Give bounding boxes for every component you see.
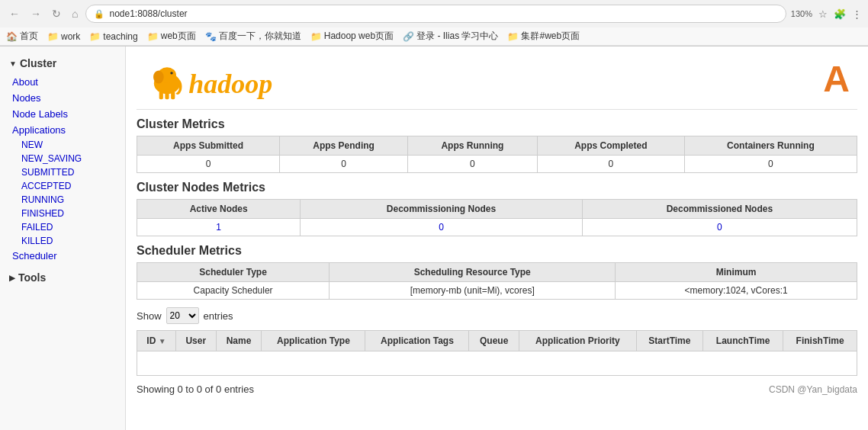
apps-pending-value: 0 bbox=[280, 156, 408, 173]
sidebar-item-finished[interactable]: FINISHED bbox=[6, 207, 125, 220]
bookmarks-bar: 🏠 首页 📁 work 📁 teaching 📁 web页面 🐾 百度一下，你就… bbox=[0, 27, 868, 46]
col-name[interactable]: Name bbox=[216, 331, 262, 351]
col-user[interactable]: User bbox=[175, 331, 216, 351]
bookmark-star[interactable]: ☆ bbox=[818, 8, 828, 20]
tools-header[interactable]: ▶ Tools bbox=[0, 267, 125, 288]
col-application-type[interactable]: Application Type bbox=[262, 331, 365, 351]
bookmark-cluster[interactable]: 📁 集群#web页面 bbox=[507, 30, 580, 43]
svg-rect-6 bbox=[171, 91, 175, 99]
svg-text:hadoop: hadoop bbox=[188, 69, 272, 99]
showing-info-bar: Showing 0 to 0 of 0 entries CSDN @Yan_bi… bbox=[137, 383, 857, 395]
decommissioning-nodes-value: 0 bbox=[301, 219, 582, 236]
col-id[interactable]: ID ▼ bbox=[137, 331, 176, 351]
col-scheduling-resource-type: Scheduling Resource Type bbox=[330, 263, 616, 282]
col-queue[interactable]: Queue bbox=[469, 331, 519, 351]
col-active-nodes: Active Nodes bbox=[137, 200, 301, 219]
cluster-metrics-row: 0 0 0 0 0 bbox=[137, 156, 857, 173]
sidebar-item-running[interactable]: RUNNING bbox=[6, 193, 125, 207]
bookmark-home-icon: 🏠 bbox=[6, 31, 18, 42]
entries-label: entries bbox=[204, 310, 233, 322]
reload-button[interactable]: ↻ bbox=[49, 6, 64, 21]
sidebar-item-nodes[interactable]: Nodes bbox=[0, 90, 125, 106]
tools-arrow: ▶ bbox=[9, 274, 15, 282]
svg-rect-5 bbox=[165, 91, 169, 99]
browser-actions: 130% ☆ 🧩 ⋮ bbox=[791, 8, 862, 20]
sidebar-item-submitted[interactable]: SUBMITTED bbox=[6, 165, 125, 179]
main-content: hadoop A Cluster Metrics Apps Submitted … bbox=[126, 47, 868, 430]
sort-arrow-id: ▼ bbox=[159, 337, 166, 345]
col-minimum-allocation: Minimum bbox=[616, 263, 857, 282]
decommissioned-nodes-value: 0 bbox=[582, 219, 857, 236]
url-text: node1:8088/cluster bbox=[109, 8, 187, 19]
svg-rect-4 bbox=[159, 91, 163, 99]
sidebar-item-new[interactable]: NEW bbox=[6, 138, 125, 152]
forward-button[interactable]: → bbox=[27, 6, 44, 21]
col-apps-running: Apps Running bbox=[407, 136, 537, 156]
address-bar[interactable]: 🔒 node1:8088/cluster bbox=[85, 5, 786, 23]
col-finish-time[interactable]: FinishTime bbox=[783, 331, 857, 351]
active-nodes-value: 1 bbox=[137, 219, 301, 236]
col-launch-time[interactable]: LaunchTime bbox=[702, 331, 783, 351]
extensions-icon[interactable]: 🧩 bbox=[834, 8, 846, 20]
bookmark-work[interactable]: 📁 work bbox=[47, 31, 80, 42]
bookmark-work-label: work bbox=[61, 31, 80, 42]
sidebar-item-node-labels[interactable]: Node Labels bbox=[0, 106, 125, 122]
cluster-nodes-row: 1 0 0 bbox=[137, 219, 857, 236]
col-decommissioning-nodes: Decommissioning Nodes bbox=[301, 200, 582, 219]
bookmark-ilias-label: 登录 - Ilias 学习中心 bbox=[416, 30, 498, 43]
bookmark-webpages[interactable]: 📁 web页面 bbox=[147, 30, 196, 43]
cluster-nodes-table: Active Nodes Decommissioning Nodes Decom… bbox=[137, 199, 857, 236]
baidu-icon: 🐾 bbox=[205, 31, 217, 42]
col-apps-submitted: Apps Submitted bbox=[137, 136, 280, 156]
sidebar-item-killed[interactable]: KILLED bbox=[6, 234, 125, 248]
sidebar-item-new-saving[interactable]: NEW_SAVING bbox=[6, 152, 125, 165]
sidebar-item-applications[interactable]: Applications bbox=[0, 122, 125, 138]
menu-icon[interactable]: ⋮ bbox=[852, 8, 862, 20]
scheduler-metrics-title: Scheduler Metrics bbox=[137, 244, 857, 258]
svg-point-3 bbox=[170, 72, 172, 74]
col-apps-pending: Apps Pending bbox=[280, 136, 408, 156]
minimum-allocation-value: <memory:1024, vCores:1 bbox=[616, 282, 857, 300]
hadoop-logo: hadoop bbox=[144, 59, 340, 104]
back-button[interactable]: ← bbox=[6, 6, 23, 21]
watermark: CSDN @Yan_bigdata bbox=[769, 384, 857, 395]
browser-chrome: ← → ↻ ⌂ 🔒 node1:8088/cluster 130% ☆ 🧩 ⋮ … bbox=[0, 0, 868, 47]
show-entries-bar: Show 10 20 50 100 entries bbox=[137, 307, 857, 324]
bookmark-teaching-label: teaching bbox=[103, 31, 137, 42]
entries-select[interactable]: 10 20 50 100 bbox=[166, 307, 199, 324]
folder-icon-5: 📁 bbox=[507, 31, 519, 42]
col-scheduler-type: Scheduler Type bbox=[137, 263, 330, 282]
col-start-time[interactable]: StartTime bbox=[636, 331, 702, 351]
applications-submenu: NEW NEW_SAVING SUBMITTED ACCEPTED RUNNIN… bbox=[0, 138, 125, 248]
bookmark-hadoop[interactable]: 📁 Hadoop web页面 bbox=[310, 30, 394, 43]
sidebar-item-about[interactable]: About bbox=[0, 74, 125, 90]
showing-text: Showing 0 to 0 of 0 entries bbox=[137, 383, 254, 395]
home-button[interactable]: ⌂ bbox=[69, 6, 81, 21]
empty-row-1 bbox=[137, 351, 857, 376]
secure-icon: 🔒 bbox=[94, 9, 104, 19]
logo-container: hadoop A bbox=[137, 54, 857, 110]
show-label: Show bbox=[137, 310, 162, 322]
folder-icon: 📁 bbox=[47, 31, 59, 42]
sidebar-item-scheduler[interactable]: Scheduler bbox=[0, 248, 125, 264]
bookmark-teaching[interactable]: 📁 teaching bbox=[89, 31, 137, 42]
cluster-header[interactable]: ▼ Cluster bbox=[0, 53, 125, 74]
bookmark-home[interactable]: 🏠 首页 bbox=[6, 30, 38, 43]
tools-label: Tools bbox=[18, 271, 46, 284]
bookmark-home-label: 首页 bbox=[20, 30, 38, 43]
col-apps-completed: Apps Completed bbox=[537, 136, 684, 156]
bookmark-ilias[interactable]: 🔗 登录 - Ilias 学习中心 bbox=[403, 30, 498, 43]
applications-table: ID ▼ User Name Application Type Applicat… bbox=[137, 330, 857, 376]
col-application-priority[interactable]: Application Priority bbox=[519, 331, 636, 351]
zoom-level: 130% bbox=[791, 9, 812, 18]
tools-section: ▶ Tools bbox=[0, 267, 125, 288]
folder-icon-4: 📁 bbox=[310, 31, 322, 42]
bookmark-hadoop-label: Hadoop web页面 bbox=[324, 30, 394, 43]
col-containers-running: Containers Running bbox=[684, 136, 857, 156]
sidebar-item-failed[interactable]: FAILED bbox=[6, 220, 125, 234]
cluster-metrics-title: Cluster Metrics bbox=[137, 117, 857, 131]
link-icon: 🔗 bbox=[403, 31, 414, 42]
col-application-tags[interactable]: Application Tags bbox=[365, 331, 469, 351]
sidebar-item-accepted[interactable]: ACCEPTED bbox=[6, 179, 125, 193]
bookmark-baidu[interactable]: 🐾 百度一下，你就知道 bbox=[205, 30, 301, 43]
